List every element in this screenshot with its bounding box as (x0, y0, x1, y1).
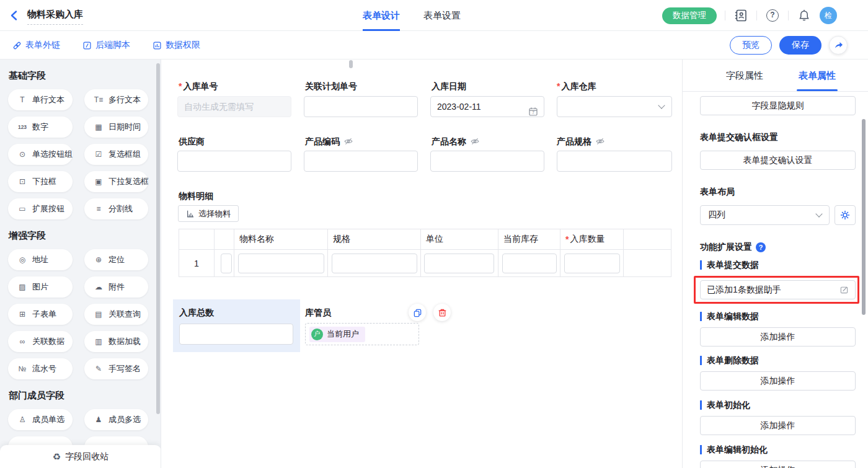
field-library-sidebar: 基础字段 T单行文本 T≡多行文本 123数字 ▦日期时间 ⊙单选按钮组 ☑复选… (0, 60, 161, 468)
tab-form-settings[interactable]: 表单设置 (423, 0, 461, 31)
section-title-basic-fields: 基础字段 (9, 70, 152, 82)
save-button[interactable]: 保存 (779, 36, 822, 55)
chevron-down-icon (658, 102, 665, 108)
col-header-hidden (215, 229, 234, 250)
calendar-icon: 7 (528, 107, 538, 117)
select-material-button[interactable]: 选择物料 (178, 205, 239, 222)
field-type-single-line-text[interactable]: T单行文本 (8, 89, 73, 110)
user-avatar[interactable]: 检 (820, 7, 837, 24)
field-type-divider[interactable]: ≡分割线 (84, 198, 148, 219)
image-icon: ▨ (17, 283, 28, 291)
supplier-input[interactable] (177, 151, 291, 172)
share-button[interactable] (829, 36, 848, 55)
panel-tabs: 字段属性 表单属性 (683, 60, 868, 92)
back-icon[interactable] (9, 10, 20, 21)
section-title-enhanced-fields: 增强字段 (9, 230, 152, 242)
field-label-inbound-date: 入库日期 (432, 81, 466, 91)
row-index-cell: 1 (179, 250, 215, 276)
stock-input[interactable] (502, 254, 557, 273)
plan-no-input[interactable] (304, 96, 418, 117)
field-type-linked-data[interactable]: ∞关联数据 (8, 331, 73, 352)
field-recycle-bin[interactable]: ♻ 字段回收站 (0, 445, 161, 468)
required-asterisk: * (557, 81, 560, 91)
sidebar-scrollbar-thumb[interactable] (156, 63, 160, 414)
clipped-input[interactable] (221, 254, 232, 273)
subform-icon: ⊞ (17, 310, 28, 319)
user-circle-icon: 户 (311, 329, 323, 340)
eye-off-icon (595, 136, 605, 146)
contact-book-icon[interactable] (733, 8, 748, 23)
preview-button[interactable]: 预览 (730, 36, 772, 55)
field-type-multi-line-text[interactable]: T≡多行文本 (84, 89, 148, 110)
submit-confirm-settings-button[interactable]: 表单提交确认设置 (700, 151, 856, 170)
add-action-button[interactable]: 添加操作 (700, 416, 856, 435)
field-type-subform[interactable]: ⊞子表单 (8, 304, 73, 325)
canvas-scrollbar-thumb[interactable] (349, 60, 353, 68)
field-visibility-rules-button[interactable]: 字段显隐规则 (700, 96, 856, 115)
tab-form-design[interactable]: 表单设计 (363, 0, 400, 31)
data-permission-button[interactable]: 数据权限 (153, 40, 200, 51)
field-type-signature[interactable]: ✎手写签名 (84, 358, 148, 379)
material-name-input[interactable] (238, 254, 324, 273)
panel-scrollbar-thumb[interactable] (862, 119, 866, 315)
field-type-datetime[interactable]: ▦日期时间 (84, 117, 148, 138)
field-type-attachment[interactable]: ☁附件 (84, 276, 148, 298)
product-spec-input[interactable] (557, 151, 672, 172)
number-icon: 123 (17, 124, 28, 130)
page-title[interactable]: 物料采购入库 (27, 9, 83, 25)
product-code-input[interactable] (304, 151, 418, 172)
submit-data-assistant-button[interactable]: 已添加1条数据助手 (700, 280, 856, 299)
unit-cell (421, 250, 498, 276)
material-name-cell (234, 250, 328, 276)
tab-form-properties[interactable]: 表单属性 (799, 60, 836, 92)
field-type-multi-select[interactable]: ▣下拉复选框 (84, 171, 148, 192)
field-type-image[interactable]: ▨图片 (8, 276, 73, 298)
link-icon (12, 41, 22, 50)
external-link-button[interactable]: 表单外链 (12, 40, 60, 51)
tab-field-properties[interactable]: 字段属性 (726, 60, 763, 92)
field-type-member-multi[interactable]: ♟成员多选 (84, 409, 148, 430)
add-action-button[interactable]: 添加操作 (700, 371, 856, 391)
backend-script-button[interactable]: 后端脚本 (82, 40, 130, 51)
duplicate-field-button[interactable] (409, 304, 426, 321)
field-label-product-spec: 产品规格 (557, 136, 605, 146)
data-manage-button[interactable]: 数据管理 (662, 7, 717, 24)
help-circle-icon[interactable]: ? (756, 242, 766, 252)
field-type-serial-number[interactable]: №流水号 (8, 358, 73, 379)
field-type-member-single[interactable]: ♙成员单选 (8, 409, 73, 430)
help-icon[interactable]: ? (765, 8, 780, 23)
inbound-date-input[interactable]: 7 (430, 101, 544, 112)
field-type-data-load[interactable]: ▥数据加载 (84, 331, 148, 352)
field-type-radio-group[interactable]: ⊙单选按钮组 (8, 144, 73, 165)
quantity-input[interactable] (564, 254, 620, 273)
field-type-select[interactable]: ⊡下拉框 (8, 171, 73, 192)
bell-icon[interactable] (797, 8, 812, 23)
field-type-checkbox-group[interactable]: ☑复选框组 (84, 144, 148, 165)
keeper-field-box[interactable]: 户 当前用户 (305, 323, 419, 345)
layout-select[interactable]: 四列 (700, 205, 830, 225)
add-action-button[interactable]: 添加操作 (700, 327, 856, 347)
field-type-extend-button[interactable]: ▭扩展按钮 (8, 198, 73, 219)
add-action-button[interactable]: 添加操作 (700, 461, 856, 468)
unit-input[interactable] (424, 254, 494, 273)
total-field-selected-block[interactable]: 入库总数 (173, 299, 300, 352)
total-field-label: 入库总数 (179, 307, 214, 317)
spec-input[interactable] (332, 254, 417, 273)
field-type-address[interactable]: ◎地址 (8, 249, 73, 270)
warehouse-select[interactable] (557, 96, 672, 117)
total-input[interactable] (179, 324, 293, 345)
col-header-spec: 规格 (328, 229, 421, 250)
delete-field-button[interactable] (433, 304, 451, 321)
multi-select-icon: ▣ (93, 177, 104, 186)
toolbar-links: 表单外链 后端脚本 数据权限 (12, 31, 200, 60)
inbound-no-input[interactable] (177, 96, 291, 117)
col-header-material-name: 物料名称 (234, 229, 328, 250)
field-type-location[interactable]: ⊕定位 (84, 249, 148, 270)
field-type-linked-query[interactable]: ▤关联查询 (84, 304, 148, 325)
field-type-number[interactable]: 123数字 (8, 117, 73, 138)
current-user-tag[interactable]: 户 当前用户 (309, 327, 365, 342)
form-layout-section-title: 表单布局 (700, 187, 856, 198)
layout-settings-button[interactable] (835, 205, 856, 225)
product-name-input[interactable] (430, 151, 544, 172)
quantity-cell (560, 250, 624, 276)
